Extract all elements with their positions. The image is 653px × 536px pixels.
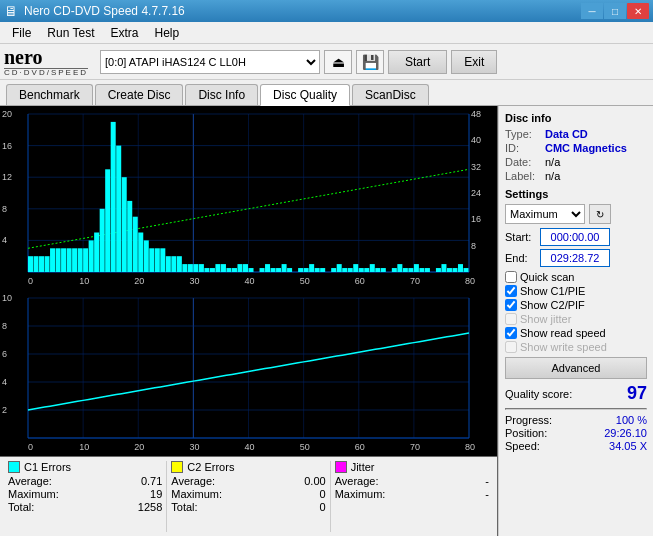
position-value: 29:26.10: [604, 427, 647, 439]
jitter-label: Jitter: [351, 461, 375, 473]
jitter-avg-label: Average:: [335, 475, 379, 487]
jitter-max-row: Maximum: -: [335, 488, 489, 500]
drive-select[interactable]: [0:0] ATAPI iHAS124 C LL0H: [100, 50, 320, 74]
show-c1-checkbox[interactable]: [505, 285, 517, 297]
legend-separator-2: [330, 461, 331, 532]
tab-disc-info[interactable]: Disc Info: [185, 84, 258, 105]
jitter-avg-value: -: [485, 475, 489, 487]
title-text: Nero CD-DVD Speed 4.7.7.16: [24, 4, 185, 18]
c1-total-row: Total: 1258: [8, 501, 162, 513]
c1-label: C1 Errors: [24, 461, 71, 473]
tab-scan-disc[interactable]: ScanDisc: [352, 84, 429, 105]
lower-chart-canvas: [0, 290, 497, 456]
progress-label: Progress:: [505, 414, 552, 426]
c1-total-label: Total:: [8, 501, 34, 513]
show-jitter-row: Show jitter: [505, 313, 647, 325]
menu-file[interactable]: File: [4, 24, 39, 42]
progress-value: 100 %: [616, 414, 647, 426]
c2-label: C2 Errors: [187, 461, 234, 473]
speed-row: Speed: 34.05 X: [505, 440, 647, 452]
menu-run-test[interactable]: Run Test: [39, 24, 102, 42]
c2-avg-label: Average:: [171, 475, 215, 487]
c1-avg-label: Average:: [8, 475, 52, 487]
c2-max-label: Maximum:: [171, 488, 222, 500]
c1-avg-value: 0.71: [141, 475, 162, 487]
end-time-input[interactable]: [540, 249, 610, 267]
menu-extra[interactable]: Extra: [102, 24, 146, 42]
exit-button[interactable]: Exit: [451, 50, 497, 74]
menu-bar: File Run Test Extra Help: [0, 22, 653, 44]
show-c2-label: Show C2/PIF: [520, 299, 585, 311]
show-c2-row: Show C2/PIF: [505, 299, 647, 311]
c1-color-box: [8, 461, 20, 473]
position-row: Position: 29:26.10: [505, 427, 647, 439]
speed-value: 34.05 X: [609, 440, 647, 452]
disc-date-row: Date: n/a: [505, 156, 647, 168]
disc-info-title: Disc info: [505, 112, 647, 124]
progress-section: Progress: 100 % Position: 29:26.10 Speed…: [505, 414, 647, 452]
tab-disc-quality[interactable]: Disc Quality: [260, 84, 350, 106]
jitter-max-value: -: [485, 488, 489, 500]
disc-type-value: Data CD: [545, 128, 588, 140]
divider: [505, 408, 647, 410]
quick-scan-checkbox[interactable]: [505, 271, 517, 283]
upper-chart: [0, 106, 497, 290]
toolbar: nero CD·DVD/SPEED [0:0] ATAPI iHAS124 C …: [0, 44, 653, 80]
start-button[interactable]: Start: [388, 50, 447, 74]
nero-logo: nero CD·DVD/SPEED: [4, 46, 88, 78]
show-read-speed-row: Show read speed: [505, 327, 647, 339]
show-jitter-checkbox: [505, 313, 517, 325]
main-content: C1 Errors Average: 0.71 Maximum: 19 Tota…: [0, 106, 653, 536]
c2-max-value: 0: [320, 488, 326, 500]
speed-label: Speed:: [505, 440, 540, 452]
show-c2-checkbox[interactable]: [505, 299, 517, 311]
advanced-button[interactable]: Advanced: [505, 357, 647, 379]
quick-scan-row: Quick scan: [505, 271, 647, 283]
disc-id-label: ID:: [505, 142, 545, 154]
speed-settings-row: Maximum ↻: [505, 204, 647, 224]
show-write-speed-label: Show write speed: [520, 341, 607, 353]
maximize-button[interactable]: □: [604, 3, 626, 19]
c2-avg-value: 0.00: [304, 475, 325, 487]
tabs-bar: Benchmark Create Disc Disc Info Disc Qua…: [0, 80, 653, 106]
show-c1-label: Show C1/PIE: [520, 285, 585, 297]
legend-separator-1: [166, 461, 167, 532]
minimize-button[interactable]: ─: [581, 3, 603, 19]
jitter-avg-row: Average: -: [335, 475, 489, 487]
tab-benchmark[interactable]: Benchmark: [6, 84, 93, 105]
lower-chart: [0, 290, 497, 456]
quality-score-label: Quality score:: [505, 388, 572, 400]
tab-create-disc[interactable]: Create Disc: [95, 84, 184, 105]
show-read-speed-label: Show read speed: [520, 327, 606, 339]
quality-score-value: 97: [627, 383, 647, 404]
menu-help[interactable]: Help: [147, 24, 188, 42]
show-write-speed-row: Show write speed: [505, 341, 647, 353]
disc-type-label: Type:: [505, 128, 545, 140]
settings-refresh-button[interactable]: ↻: [589, 204, 611, 224]
save-button[interactable]: 💾: [356, 50, 384, 74]
c2-color-box: [171, 461, 183, 473]
disc-date-label: Date:: [505, 156, 545, 168]
disc-label-row: Label: n/a: [505, 170, 647, 182]
upper-chart-canvas: [0, 106, 497, 290]
legend-area: C1 Errors Average: 0.71 Maximum: 19 Tota…: [0, 456, 497, 536]
c2-max-row: Maximum: 0: [171, 488, 325, 500]
legend-c1: C1 Errors Average: 0.71 Maximum: 19 Tota…: [8, 461, 162, 532]
eject-button[interactable]: ⏏: [324, 50, 352, 74]
c1-max-label: Maximum:: [8, 488, 59, 500]
legend-jitter: Jitter Average: - Maximum: -: [335, 461, 489, 532]
app-icon: 🖥: [4, 3, 18, 19]
close-button[interactable]: ✕: [627, 3, 649, 19]
disc-type-row: Type: Data CD: [505, 128, 647, 140]
start-time-input[interactable]: [540, 228, 610, 246]
jitter-color-box: [335, 461, 347, 473]
start-label: Start:: [505, 231, 540, 243]
show-c1-row: Show C1/PIE: [505, 285, 647, 297]
disc-label-value: n/a: [545, 170, 560, 182]
show-read-speed-checkbox[interactable]: [505, 327, 517, 339]
speed-select[interactable]: Maximum: [505, 204, 585, 224]
disc-id-value: CMC Magnetics: [545, 142, 627, 154]
c2-total-row: Total: 0: [171, 501, 325, 513]
show-write-speed-checkbox: [505, 341, 517, 353]
legend-c2: C2 Errors Average: 0.00 Maximum: 0 Total…: [171, 461, 325, 532]
